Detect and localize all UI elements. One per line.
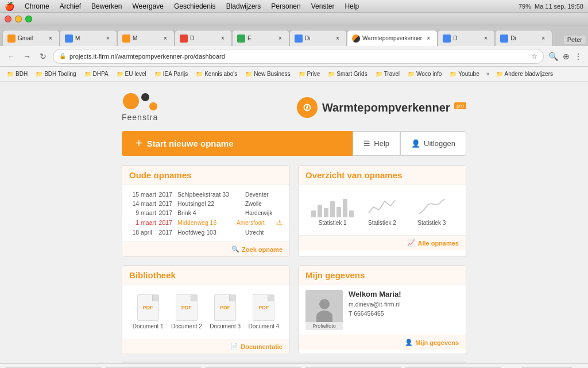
bookmark-bdh-tooling[interactable]: 📁 BDH Tooling xyxy=(32,70,79,78)
reload-button[interactable]: ↻ xyxy=(37,50,49,63)
bookmark-woco-info[interactable]: 📁 Woco info xyxy=(404,70,445,78)
mac-bewerken-menu[interactable]: Bewerken xyxy=(89,2,124,10)
documentatie-button[interactable]: 📄 Documentatie xyxy=(230,343,283,350)
window-close-button[interactable] xyxy=(5,16,11,22)
tab-close-button[interactable]: × xyxy=(47,34,55,43)
tab-5[interactable]: E × xyxy=(232,30,289,46)
new-opname-button[interactable]: + Start nieuwe opname xyxy=(122,131,353,156)
logo-circle-orange-bottom xyxy=(149,102,157,110)
zoek-opname-button[interactable]: 🔍 Zoek opname xyxy=(231,246,283,253)
mac-help-menu[interactable]: Help xyxy=(342,2,361,10)
bookmark-travel[interactable]: 📁 Travel xyxy=(372,70,403,78)
alle-opnames-button[interactable]: 📈 Alle opnames xyxy=(407,239,459,247)
stat-1-label: Statistiek 1 xyxy=(319,220,347,226)
stat-3[interactable]: Statistiek 3 xyxy=(417,194,446,226)
oude-opnames-footer: 🔍 Zoek opname xyxy=(122,241,289,256)
help-icon: ☰ xyxy=(363,139,370,148)
action-bar: + Start nieuwe opname ☰ Help 👤 Uitloggen xyxy=(122,131,466,156)
apple-menu[interactable]: 🍎 xyxy=(5,2,14,11)
bookmark-iea-parijs[interactable]: 📁 IEA Parijs xyxy=(151,70,191,78)
user-account-button[interactable]: Peter xyxy=(564,36,586,44)
tab-close-button[interactable]: × xyxy=(104,34,112,43)
opname-row-3[interactable]: 9maart2017 Brink 4 Harderwijk xyxy=(129,208,283,217)
page-content: Feenstra Warmtepompverkenner pro xyxy=(0,82,588,368)
tab-close-button[interactable]: × xyxy=(161,34,169,43)
bookmark-label: Prive xyxy=(307,71,320,77)
tab-warmtepompverkenner[interactable]: Warmtepompverkenner × xyxy=(347,30,438,46)
doc-1[interactable]: PDF Document 1 xyxy=(133,294,164,329)
mac-venster-menu[interactable]: Venster xyxy=(309,2,337,10)
tab-close-button[interactable]: × xyxy=(424,34,432,43)
bookmark-dhpa[interactable]: 📁 DHPA xyxy=(81,70,112,78)
uitloggen-button[interactable]: 👤 Uitloggen xyxy=(400,131,466,156)
mac-chrome-menu[interactable]: Chrome xyxy=(22,2,52,10)
bookmark-andere[interactable]: 📁 Andere bladwijzers xyxy=(493,70,556,78)
tab-favicon xyxy=(65,34,73,43)
bookmark-bdh[interactable]: 📁 BDH xyxy=(3,70,31,78)
search-icon[interactable]: 🔍 xyxy=(547,51,559,62)
gegevens-email: m.dineva@it-firm.nl xyxy=(349,300,459,309)
doc-3[interactable]: PDF Document 3 xyxy=(210,294,241,329)
mac-personen-menu[interactable]: Personen xyxy=(269,2,303,10)
tab-close-button[interactable]: × xyxy=(539,34,547,43)
tab-label: D xyxy=(453,35,479,41)
opname-row-5[interactable]: 18april2017 Hoofdweg 103 Utrecht xyxy=(129,228,283,237)
mac-geschiedenis-menu[interactable]: Geschiedenis xyxy=(172,2,218,10)
bookmark-star-icon[interactable]: ☆ xyxy=(531,52,537,60)
tab-8[interactable]: D × xyxy=(438,30,495,46)
tab-2[interactable]: M × xyxy=(60,30,117,46)
tab-close-button[interactable]: × xyxy=(482,34,490,43)
bookmark-new-business[interactable]: 📁 New Business xyxy=(242,70,293,78)
doc-1-icon: PDF xyxy=(137,294,159,321)
doc-2[interactable]: PDF Document 2 xyxy=(171,294,202,329)
tab-close-button[interactable]: × xyxy=(334,34,342,43)
opname-row-2[interactable]: 14maart2017 Houtsingel 22 Zwolle xyxy=(129,199,283,208)
doc-3-icon: PDF xyxy=(214,294,236,321)
more-menu-icon[interactable]: ⋮ xyxy=(573,51,583,62)
tab-6[interactable]: Di × xyxy=(289,30,347,46)
oude-opnames-body: 15maart2017 Schipbeekstraat 33 Deventer … xyxy=(122,185,289,241)
address-bar: ← → ↻ 🔒 projects.it-firm.nl/warmtepompve… xyxy=(0,46,588,67)
extensions-icon[interactable]: ⊕ xyxy=(562,51,571,62)
bookmark-label: Kennis abo's xyxy=(204,71,237,77)
stat-2[interactable]: Statistiek 2 xyxy=(368,194,396,226)
tab-9[interactable]: Di × xyxy=(495,30,552,46)
new-opname-label: Start nieuwe opname xyxy=(147,139,234,148)
doc-4[interactable]: PDF Document 4 xyxy=(248,294,279,329)
tab-3[interactable]: M × xyxy=(117,30,175,46)
window-maximize-button[interactable] xyxy=(25,16,32,22)
ssl-lock-icon: 🔒 xyxy=(59,53,66,59)
forward-button[interactable]: → xyxy=(21,50,33,63)
uitloggen-icon: 👤 xyxy=(411,139,420,148)
logo-circle-dark-top xyxy=(141,93,149,101)
doc-4-label: Document 4 xyxy=(248,323,279,329)
bookmark-smart-grids[interactable]: 📁 Smart Grids xyxy=(324,70,370,78)
opname-row-1[interactable]: 15maart2017 Schipbeekstraat 33 Deventer xyxy=(129,190,283,199)
bookmark-eu-level[interactable]: 📁 EU level xyxy=(113,70,150,78)
bookmark-kennis-abos[interactable]: 📁 Kennis abo's xyxy=(192,70,241,78)
bookmark-prive[interactable]: 📁 Prive xyxy=(295,70,324,78)
bookmark-label: Travel xyxy=(384,71,400,77)
bookmarks-more-button[interactable]: » xyxy=(484,70,492,78)
tab-close-button[interactable]: × xyxy=(276,34,284,43)
mac-archief-menu[interactable]: Archief xyxy=(57,2,83,10)
window-minimize-button[interactable] xyxy=(15,16,22,22)
mac-weergave-menu[interactable]: Weergave xyxy=(130,2,165,10)
tab-4[interactable]: D × xyxy=(175,30,232,46)
mijn-gegevens-body: Profielfoto Welkom Maria! m.dineva@it-fi… xyxy=(299,285,466,335)
tab-gmail[interactable]: Gmail × xyxy=(2,30,60,46)
url-bar[interactable]: 🔒 projects.it-firm.nl/warmtepompverkenne… xyxy=(53,49,544,64)
mac-battery: 79% xyxy=(519,3,531,10)
tab-label: E xyxy=(247,35,274,41)
opname-row-4-highlighted[interactable]: 1maart2017 Middenweg 16 Amersfoort ⚠ xyxy=(129,217,283,228)
tab-close-button[interactable]: × xyxy=(219,34,227,43)
mijn-gegevens-title: Mijn gegevens xyxy=(305,270,459,280)
help-button[interactable]: ☰ Help xyxy=(353,131,400,156)
back-button[interactable]: ← xyxy=(5,50,17,63)
mijn-gegevens-button[interactable]: 👤 Mijn gegevens xyxy=(405,339,459,346)
stat-1[interactable]: Statistiek 1 xyxy=(318,194,347,226)
mac-bladwijzers-menu[interactable]: Bladwijzers xyxy=(224,2,264,10)
bookmark-youtube[interactable]: 📁 Youtube xyxy=(446,70,482,78)
logo-circles xyxy=(123,93,157,110)
bibliotheek-body: PDF Document 1 PDF Document 2 PDF Docume… xyxy=(122,285,289,339)
